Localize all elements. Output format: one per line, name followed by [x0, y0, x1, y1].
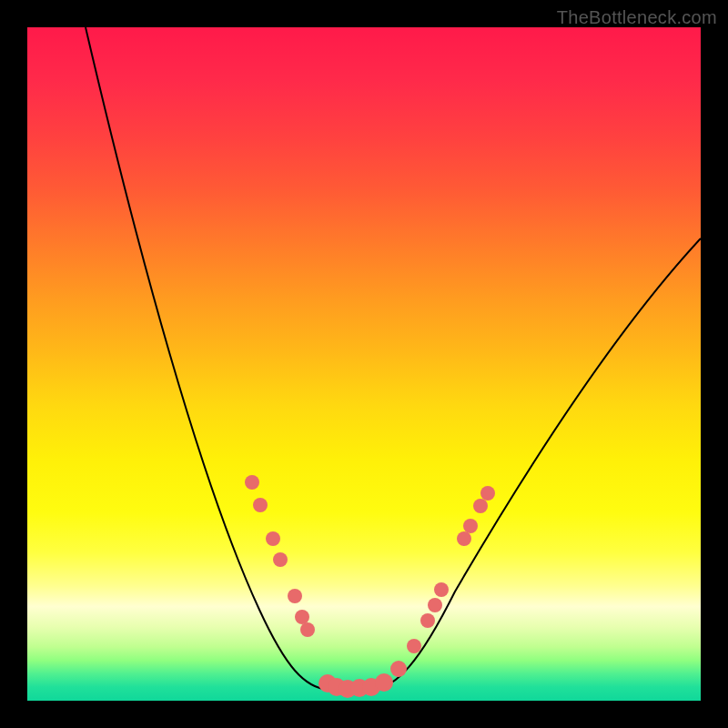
- plot-area: [27, 27, 701, 701]
- marker-dot: [457, 531, 471, 546]
- curve-svg: [27, 27, 701, 701]
- marker-dot: [273, 552, 288, 567]
- bottleneck-curve: [86, 27, 701, 690]
- marker-dot: [390, 661, 407, 677]
- marker-dot: [266, 531, 280, 546]
- marker-dot: [375, 673, 393, 692]
- marker-dot: [420, 613, 435, 628]
- marker-dot: [253, 498, 268, 512]
- marker-dot: [407, 639, 421, 653]
- marker-dot: [434, 582, 449, 597]
- watermark-text: TheBottleneck.com: [557, 7, 717, 28]
- marker-dot: [428, 598, 442, 612]
- marker-dot: [288, 589, 302, 603]
- marker-dot: [480, 486, 495, 500]
- marker-dot: [245, 475, 259, 490]
- chart-container: TheBottleneck.com: [0, 0, 728, 728]
- marker-dot: [463, 519, 478, 533]
- marker-dot: [300, 622, 315, 637]
- marker-dot: [295, 610, 309, 624]
- marker-dot: [473, 499, 488, 513]
